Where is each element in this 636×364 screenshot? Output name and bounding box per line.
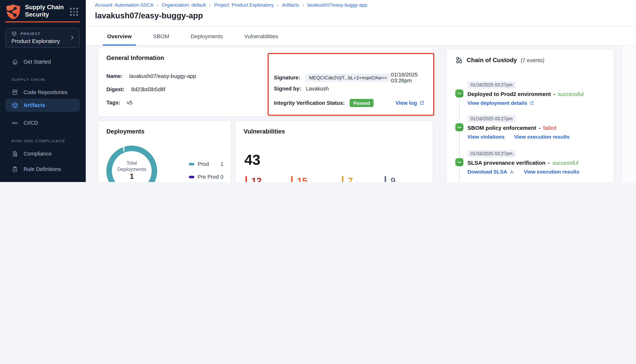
brand-title: Supply ChainSecurity bbox=[25, 3, 64, 18]
signature-value: MEQCICde2VjIT...bL+2+mqnOXw== bbox=[305, 73, 391, 82]
card-title: Vulnerabilities bbox=[244, 128, 285, 135]
event-status: successful bbox=[552, 160, 578, 166]
chain-of-custody-title: Chain of Custody bbox=[467, 56, 517, 64]
breadcrumb-artifacts[interactable]: Artifacts bbox=[282, 2, 299, 8]
vulnerabilities-card: Vulnerabilities 43 12 CRITICAL 15 HIGH 7… bbox=[235, 120, 433, 182]
artifact-cube-icon bbox=[12, 102, 19, 109]
status-badge-passed: Passed bbox=[350, 99, 374, 107]
breadcrumb: Account: Automation-SSCA › Organization:… bbox=[95, 2, 367, 8]
breadcrumb-separator: › bbox=[157, 2, 158, 8]
pipeline-event-icon bbox=[455, 158, 463, 166]
section-label-risk: RISK AND COMPLIANCE bbox=[12, 138, 65, 143]
total-deployments-value: 1 bbox=[113, 173, 151, 180]
chain-of-custody-header: Chain of Custody (7 events) bbox=[455, 56, 544, 64]
deployments-card: Deployments Total Deployments 1 Prod 1 P… bbox=[98, 120, 231, 182]
tab-sbom[interactable]: SBOM bbox=[149, 26, 174, 46]
view-execution-results-link[interactable]: View execution results bbox=[514, 134, 569, 140]
pre-prod-legend-dot bbox=[189, 176, 194, 178]
breadcrumb-organization[interactable]: Organization: default bbox=[162, 2, 206, 8]
breadcrumb-separator: › bbox=[302, 2, 304, 8]
pipeline-event-icon bbox=[455, 123, 463, 131]
signature-row: Signature: MEQCICde2VjIT...bL+2+mqnOXw==… bbox=[274, 72, 424, 84]
chain-of-custody-icon bbox=[455, 56, 463, 64]
right-panel-strip bbox=[621, 46, 636, 182]
app-window: Supply ChainSecurity PROJECT Product Exp… bbox=[0, 0, 636, 182]
vertical-divider bbox=[265, 62, 266, 110]
project-name: Product Exploratory bbox=[12, 38, 60, 44]
sidebar-item-code-repositories[interactable]: Code Repositories bbox=[6, 86, 80, 99]
sidebar-item-compliance[interactable]: Compliance bbox=[6, 147, 80, 160]
event-slsa-provenance-verification: 01/16/2025 03:27pm SLSA provenance verif… bbox=[455, 150, 609, 175]
download-icon bbox=[509, 169, 514, 174]
infinity-icon bbox=[12, 119, 19, 126]
project-selector[interactable]: PROJECT Product Exploratory bbox=[6, 28, 80, 48]
tab-overview[interactable]: Overview bbox=[103, 26, 136, 46]
severity-critical: 12 CRITICAL bbox=[245, 176, 279, 182]
chain-of-custody-card: Chain of Custody (7 events) 01/16/2025 0… bbox=[446, 49, 614, 182]
event-sbom-policy-enforcement: 01/16/2025 03:27pm SBOM policy enforceme… bbox=[455, 115, 609, 140]
event-title: Deployed to Prod2 environment - successf… bbox=[467, 91, 609, 97]
vulnerabilities-total: 43 bbox=[244, 152, 260, 168]
severity-high: 15 HIGH bbox=[291, 176, 315, 182]
external-link-icon bbox=[529, 100, 534, 105]
main-content: Account: Automation-SSCA › Organization:… bbox=[86, 0, 636, 182]
severity-low: 9 LOW bbox=[385, 176, 407, 182]
donut-center-label: Total Deployments 1 bbox=[113, 160, 151, 180]
chevron-right-icon bbox=[69, 34, 75, 40]
sidebar-item-remediation-tracker[interactable]: Remediation Tracker bbox=[6, 178, 80, 182]
page-title: lavakush07/easy-buggy-app bbox=[95, 11, 203, 20]
event-title: SLSA provenance verification - successfu… bbox=[467, 160, 609, 166]
section-label-supply-chain: SUPPLY CHAIN bbox=[12, 77, 45, 82]
document-search-icon bbox=[12, 150, 19, 157]
view-execution-results-link[interactable]: View execution results bbox=[524, 169, 579, 175]
clipboard-check-icon bbox=[12, 166, 19, 172]
field-tags: Tags: v5 bbox=[106, 100, 133, 106]
donut-gap bbox=[123, 146, 124, 152]
tab-deployments[interactable]: Deployments bbox=[186, 26, 227, 46]
event-timestamp: 01/16/2025 03:27pm bbox=[467, 150, 515, 157]
home-icon bbox=[12, 58, 19, 65]
sidebar-item-get-started[interactable]: Get Started bbox=[6, 55, 80, 68]
legend-item-pre-prod: Pre Prod 0 bbox=[189, 174, 223, 180]
project-label: PROJECT bbox=[21, 32, 41, 36]
pipeline-event-icon bbox=[455, 89, 463, 98]
event-title: SBOM policy enforcement - failed bbox=[467, 125, 609, 131]
field-name: Name: lavakush07/easy-buggy-app bbox=[106, 73, 196, 79]
event-deployed-prod2: 01/16/2025 03:27pm Deployed to Prod2 env… bbox=[455, 81, 609, 106]
event-timestamp: 01/16/2025 03:27pm bbox=[467, 81, 515, 88]
prod-legend-dot bbox=[189, 163, 194, 165]
view-log-link[interactable]: View log bbox=[396, 100, 424, 106]
signature-timestamp: 01/16/2025 03:26pm bbox=[391, 72, 424, 84]
integrity-row: Integrity Verification Status: Passed Vi… bbox=[274, 99, 424, 107]
breadcrumb-project[interactable]: Project: Product Exploratory bbox=[214, 2, 274, 8]
tab-vulnerabilities[interactable]: Vulnerabilities bbox=[240, 26, 283, 46]
breadcrumb-separator: › bbox=[277, 2, 279, 8]
tab-bar: Overview SBOM Deployments Vulnerabilitie… bbox=[103, 26, 283, 46]
external-link-icon bbox=[419, 100, 424, 106]
download-slsa-link[interactable]: Download SLSA bbox=[467, 169, 514, 175]
legend-item-prod: Prod 1 bbox=[189, 161, 223, 167]
sidebar-item-artifacts[interactable]: Artifacts bbox=[6, 98, 80, 112]
breadcrumb-account[interactable]: Account: Automation-SSCA bbox=[95, 2, 153, 8]
sidebar-item-rule-definitions[interactable]: Rule Definitions bbox=[6, 162, 80, 176]
breadcrumb-current[interactable]: lavakush07/easy-buggy-app bbox=[307, 2, 367, 8]
accent-divider bbox=[5, 21, 80, 22]
events-count: (7 events) bbox=[521, 57, 544, 63]
card-title: Deployments bbox=[106, 128, 144, 135]
app-grid-icon[interactable] bbox=[70, 8, 78, 16]
project-cube-icon bbox=[12, 31, 17, 36]
sidebar-item-cicd[interactable]: CI/CD bbox=[6, 116, 80, 130]
sidebar: Supply ChainSecurity PROJECT Product Exp… bbox=[0, 0, 86, 182]
card-title: General Information bbox=[106, 54, 164, 62]
code-repo-icon bbox=[12, 89, 19, 96]
page-header: Account: Automation-SSCA › Organization:… bbox=[86, 0, 636, 46]
box-patch-icon bbox=[12, 181, 19, 182]
event-status: failed bbox=[543, 125, 556, 131]
brand-shield-icon bbox=[5, 4, 21, 20]
view-violations-link[interactable]: View violations bbox=[467, 134, 505, 140]
severity-medium: 7 MEDIUM bbox=[342, 176, 372, 182]
general-information-card: General Information Name: lavakush07/eas… bbox=[98, 47, 433, 116]
field-digest: Digest: 8d23bd3b5d8f bbox=[106, 86, 165, 92]
view-deployment-details-link[interactable]: View deployment details bbox=[467, 100, 534, 106]
signed-by-row: Signed by: Lavakush bbox=[274, 86, 424, 92]
